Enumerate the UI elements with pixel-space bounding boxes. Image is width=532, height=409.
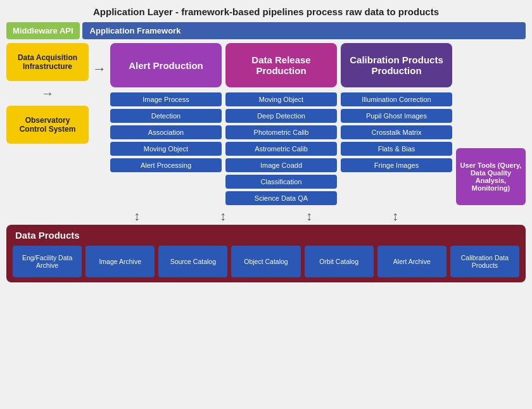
data-release-col: Data Release Production Moving Object De… — [225, 43, 337, 205]
data-release-header: Data Release Production — [225, 43, 337, 87]
dr-item-0: Moving Object — [225, 92, 337, 106]
alert-item-3: Moving Object — [110, 142, 222, 156]
data-acquisition-box: Data Acquisition Infrastructure — [6, 43, 89, 81]
down-arrow-cal: ↕ — [306, 209, 312, 223]
cal-item-3: Flats & Bias — [341, 142, 452, 156]
observatory-control-box: Observatory Control System — [6, 106, 89, 144]
down-arrow-tools: ↕ — [392, 209, 398, 223]
user-tools-box: User Tools (Query, Data Quality Analysis… — [456, 148, 526, 205]
alert-item-0: Image Process — [110, 92, 222, 106]
cal-item-1: Pupil Ghost Images — [341, 109, 452, 123]
data-products-section: Data Products Eng/Facility Data Archive … — [6, 225, 526, 282]
calibration-col: Calibration Products Production Illumina… — [341, 43, 452, 205]
dp-item-4: Orbit Catalog — [305, 246, 374, 277]
alert-item-4: Alert Processing — [110, 158, 222, 172]
dp-item-3: Object Catalog — [231, 246, 300, 277]
cal-item-4: Fringe Images — [341, 158, 452, 172]
dr-item-1: Deep Detection — [225, 109, 337, 123]
down-arrow-dr: ↕ — [220, 209, 226, 223]
alert-item-1: Detection — [110, 109, 222, 123]
page-title: Application Layer - framework-based pipe… — [6, 6, 526, 17]
dr-item-6: Science Data QA — [225, 191, 337, 205]
dr-item-5: Classification — [225, 175, 337, 189]
data-products-title: Data Products — [13, 230, 519, 241]
alert-production-header: Alert Production — [110, 43, 222, 87]
cal-item-2: Crosstalk Matrix — [341, 125, 452, 139]
down-arrow-alert: ↕ — [134, 209, 140, 223]
middleware-label: Middleware API — [6, 22, 80, 39]
dr-item-2: Photometric Calib — [225, 125, 337, 139]
alert-production-col: Alert Production Image Process Detection… — [110, 43, 222, 205]
dp-item-6: Calibration Data Products — [450, 246, 519, 277]
dp-item-5: Alert Archive — [377, 246, 446, 277]
dr-item-4: Image Coadd — [225, 158, 337, 172]
calibration-header: Calibration Products Production — [341, 43, 452, 87]
dr-item-3: Astrometric Calib — [225, 142, 337, 156]
arrow-right-icon: → — [92, 61, 106, 77]
app-framework-label: Application Framework — [82, 22, 526, 39]
alert-item-2: Association — [110, 125, 222, 139]
dp-item-2: Source Catalog — [158, 246, 227, 277]
cal-item-0: Illumination Correction — [341, 92, 452, 106]
dp-item-1: Image Archive — [86, 246, 155, 277]
dp-item-0: Eng/Facility Data Archive — [13, 246, 82, 277]
